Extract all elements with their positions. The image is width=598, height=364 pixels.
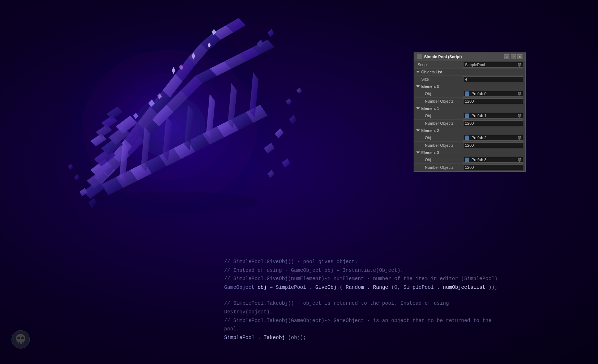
element-3-numobj-label: Number Objects (416, 165, 463, 170)
logo-svg (11, 330, 31, 350)
inspector-pop-btn[interactable]: ↗ (511, 54, 516, 59)
method-range: Range (373, 284, 388, 290)
element-1-obj-value: Prefab 1 (471, 114, 487, 118)
element-0-triangle (416, 85, 420, 87)
element-0-obj-label: Obj (416, 91, 463, 96)
comment-2: // Instead of using - GameObject obj = I… (224, 266, 506, 275)
keyword-gameobject: GameObject (224, 284, 255, 290)
element-3-obj-value-box[interactable]: Prefab 3 (463, 157, 523, 163)
element-0-numobj-value: 1200 (465, 99, 474, 103)
class-random: Random (346, 284, 364, 290)
element-1-obj-row: Obj Prefab 1 (414, 112, 525, 120)
element-1-numobj-value-box[interactable]: 1200 (463, 120, 523, 126)
element-2-obj-dot[interactable] (518, 136, 521, 140)
element-2-obj-value-box[interactable]: Prefab 2 (463, 135, 523, 141)
element-0-numobj-label: Number Objects (416, 99, 463, 103)
inspector-layout-btn[interactable]: ⊞ (504, 54, 509, 59)
script-select-dot[interactable] (518, 63, 521, 67)
inspector-title-buttons: ⊞ ↗ ⚙ (504, 54, 522, 59)
size-value-box[interactable]: 4 (463, 76, 523, 82)
punct-dot-1: . (309, 284, 312, 290)
element-2-prefab-icon (465, 136, 469, 140)
comment-4: // SimplePool.Takeobj() - object is retu… (224, 299, 506, 317)
class-simplepool-2: SimplePool (403, 284, 434, 290)
element-2-header[interactable]: Element 2 (414, 127, 525, 134)
script-row: Script SimplePool (414, 61, 525, 69)
script-value-box[interactable]: SimplePool (463, 62, 523, 68)
element-1-numobj-value: 1200 (465, 121, 474, 125)
element-2-numobj-label: Number Objects (416, 143, 463, 147)
svg-rect-81 (21, 342, 21, 344)
objects-list-header[interactable]: Objects List (414, 69, 525, 76)
comment-1: // SimplePool.GiveObj() - pool gives obj… (224, 258, 506, 266)
svg-marker-57 (268, 29, 274, 37)
svg-marker-52 (282, 158, 290, 168)
svg-rect-80 (19, 342, 20, 344)
element-1-header[interactable]: Element 1 (414, 105, 525, 112)
svg-point-61 (87, 192, 260, 213)
element-0-prefab-icon (465, 91, 469, 96)
element-3-prefab-icon (465, 158, 469, 162)
svg-marker-51 (289, 115, 296, 124)
script-label: Script (416, 63, 463, 67)
element-1-obj-dot[interactable] (518, 114, 521, 117)
inspector-title: Simple Pool (Script) (424, 55, 502, 59)
class-simplepool-1: SimplePool (276, 284, 306, 290)
svg-rect-82 (22, 342, 23, 344)
element-2-numobj-row: Number Objects 1200 (414, 142, 525, 149)
field-numobjectslist: numObjectsList (443, 284, 486, 290)
svg-marker-67 (296, 88, 302, 94)
method-giveobj: GiveObj (315, 284, 337, 290)
element-2-obj-value: Prefab 2 (471, 136, 487, 140)
var-obj: obj (257, 284, 266, 290)
element-1-numobj-label: Number Objects (416, 121, 463, 125)
code-line-2: SimplePool . Takeobj (obj); (224, 334, 506, 342)
element-3-numobj-value-box[interactable]: 1200 (463, 164, 523, 170)
size-row: Size 4 (414, 76, 525, 83)
script-icon (417, 54, 422, 59)
element-3-obj-dot[interactable] (518, 158, 521, 162)
crystal-svg (29, 11, 318, 242)
element-1-triangle (416, 107, 420, 110)
punct-close: )); (488, 284, 497, 290)
element-1-numobj-row: Number Objects 1200 (414, 120, 525, 127)
element-1-prefab-icon (465, 114, 469, 118)
element-3-label: Element 3 (421, 150, 439, 155)
element-3-header[interactable]: Element 3 (414, 149, 525, 156)
punct-paren-1: ( (339, 284, 342, 290)
code-spacer-1 (224, 292, 506, 299)
element-0-obj-row: Obj Prefab 0 (414, 90, 525, 98)
code-line-1: GameObject obj = SimplePool . GiveObj ( … (224, 283, 506, 292)
element-2-numobj-value-box[interactable]: 1200 (463, 142, 523, 148)
element-1-obj-value-box[interactable]: Prefab 1 (463, 113, 523, 119)
element-2-obj-row: Obj Prefab 2 (414, 134, 525, 142)
size-label: Size (416, 77, 463, 81)
comment-3: // SimplePool.GiveObj(numElement)-> numE… (224, 275, 506, 283)
svg-point-77 (17, 337, 20, 339)
element-3-obj-value: Prefab 3 (471, 158, 487, 162)
element-3-numobj-row: Number Objects 1200 (414, 164, 525, 171)
element-2-numobj-value: 1200 (465, 143, 474, 147)
element-0-header[interactable]: Element 0 (414, 83, 525, 90)
inspector-titlebar: Simple Pool (Script) ⊞ ↗ ⚙ (414, 53, 525, 61)
element-0-numobj-value-box[interactable]: 1200 (463, 98, 523, 104)
3d-viewport (29, 11, 318, 242)
class-simplepool-3: SimplePool (224, 335, 255, 341)
element-2-obj-label: Obj (416, 136, 463, 140)
code-section: // SimplePool.GiveObj() - pool gives obj… (224, 258, 506, 342)
element-0-obj-dot[interactable] (518, 92, 521, 95)
punct-dot-4: . (257, 335, 260, 341)
punct-dot-2: . (367, 284, 370, 290)
inspector-gear-btn[interactable]: ⚙ (517, 54, 522, 59)
element-0-obj-value-box[interactable]: Prefab 0 (463, 91, 523, 97)
punct-takeobj-args: (obj); (288, 335, 306, 341)
element-0-numobj-row: Number Objects 1200 (414, 98, 525, 105)
svg-point-76 (16, 334, 25, 343)
punct-paren-2: (0, (391, 284, 403, 290)
element-1-obj-label: Obj (416, 114, 463, 118)
element-1-label: Element 1 (421, 106, 439, 111)
svg-point-78 (21, 337, 24, 339)
svg-marker-66 (286, 98, 292, 105)
element-3-numobj-value: 1200 (465, 165, 474, 170)
objects-list-label: Objects List (421, 70, 442, 74)
